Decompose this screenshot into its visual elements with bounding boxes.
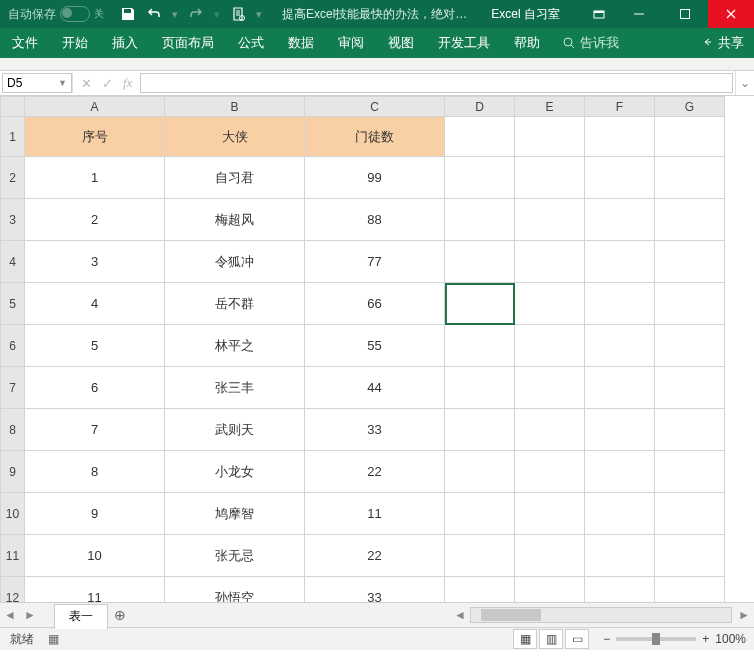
cell[interactable] [515,241,585,283]
col-header-a[interactable]: A [25,97,165,117]
cell[interactable] [445,241,515,283]
cell[interactable] [445,325,515,367]
cell[interactable]: 5 [25,325,165,367]
hscroll-right-icon[interactable]: ► [734,608,754,622]
cell[interactable] [515,367,585,409]
cell[interactable] [585,117,655,157]
normal-view-icon[interactable]: ▦ [513,629,537,649]
tab-help[interactable]: 帮助 [502,28,552,58]
cell[interactable]: 9 [25,493,165,535]
dropdown-icon[interactable]: ▼ [58,78,67,88]
horizontal-scrollbar[interactable] [470,607,732,623]
cell[interactable] [585,283,655,325]
zoom-level[interactable]: 100% [715,632,746,646]
tab-view[interactable]: 视图 [376,28,426,58]
col-header-g[interactable]: G [655,97,725,117]
cell[interactable] [585,241,655,283]
cell[interactable] [515,199,585,241]
cell[interactable]: 小龙女 [165,451,305,493]
cell[interactable]: 1 [25,157,165,199]
cell[interactable]: 11 [305,493,445,535]
cell[interactable] [655,493,725,535]
cell[interactable]: 99 [305,157,445,199]
sheet-nav-next-icon[interactable]: ► [20,608,40,622]
cell[interactable]: 7 [25,409,165,451]
cell[interactable] [655,367,725,409]
sheet-tab[interactable]: 表一 [54,604,108,629]
formula-input[interactable] [140,73,733,93]
cell[interactable]: 88 [305,199,445,241]
cell[interactable] [655,577,725,603]
cell[interactable] [655,325,725,367]
page-layout-view-icon[interactable]: ▥ [539,629,563,649]
cell[interactable] [585,451,655,493]
cell[interactable] [515,577,585,603]
tab-developer[interactable]: 开发工具 [426,28,502,58]
cell[interactable] [655,241,725,283]
qat-customize-icon[interactable]: ▾ [256,8,262,21]
new-sheet-icon[interactable]: ⊕ [108,607,132,623]
cell[interactable] [585,367,655,409]
cell[interactable] [585,325,655,367]
spreadsheet-grid[interactable]: A B C D E F G 1序号大侠门徒数21自习君9932梅超风8843令狐… [0,96,754,602]
sheet-nav-prev-icon[interactable]: ◄ [0,608,20,622]
cell[interactable] [585,535,655,577]
dropdown-icon[interactable]: ▾ [172,8,178,21]
tab-insert[interactable]: 插入 [100,28,150,58]
cell[interactable]: 岳不群 [165,283,305,325]
row-header[interactable]: 7 [1,367,25,409]
autosave-toggle[interactable]: 自动保存 关 [0,6,112,23]
cell[interactable]: 22 [305,535,445,577]
cell[interactable]: 门徒数 [305,117,445,157]
cell[interactable]: 2 [25,199,165,241]
col-header-b[interactable]: B [165,97,305,117]
col-header-e[interactable]: E [515,97,585,117]
cell[interactable] [655,451,725,493]
cell[interactable]: 孙悟空 [165,577,305,603]
tab-data[interactable]: 数据 [276,28,326,58]
cell[interactable]: 令狐冲 [165,241,305,283]
row-header[interactable]: 6 [1,325,25,367]
cell[interactable] [445,451,515,493]
cell[interactable] [445,367,515,409]
zoom-out-icon[interactable]: − [603,632,610,646]
close-icon[interactable] [708,0,754,28]
cell[interactable] [515,117,585,157]
undo-icon[interactable] [146,6,162,22]
tab-formulas[interactable]: 公式 [226,28,276,58]
cell[interactable] [445,157,515,199]
cell[interactable]: 4 [25,283,165,325]
zoom-slider[interactable] [616,637,696,641]
dropdown-icon[interactable]: ▾ [214,8,220,21]
minimize-icon[interactable] [616,0,662,28]
cell[interactable]: 22 [305,451,445,493]
cell[interactable]: 11 [25,577,165,603]
row-header[interactable]: 1 [1,117,25,157]
expand-formula-bar-icon[interactable]: ⌄ [735,71,754,95]
insert-function-icon[interactable]: fx [123,75,132,91]
cell[interactable] [585,409,655,451]
cell[interactable]: 序号 [25,117,165,157]
macro-record-icon[interactable]: ▦ [44,632,63,646]
row-header[interactable]: 5 [1,283,25,325]
save-icon[interactable] [120,6,136,22]
share-button[interactable]: 共享 [690,34,754,52]
tab-home[interactable]: 开始 [50,28,100,58]
cell[interactable]: 武则天 [165,409,305,451]
cell[interactable] [445,535,515,577]
col-header-d[interactable]: D [445,97,515,117]
cell[interactable] [515,493,585,535]
row-header[interactable]: 4 [1,241,25,283]
cell[interactable]: 10 [25,535,165,577]
row-header[interactable]: 2 [1,157,25,199]
zoom-in-icon[interactable]: + [702,632,709,646]
cell[interactable]: 大侠 [165,117,305,157]
cell[interactable]: 77 [305,241,445,283]
cell[interactable] [585,577,655,603]
cell[interactable] [515,451,585,493]
cell[interactable]: 鸠摩智 [165,493,305,535]
cell[interactable]: 3 [25,241,165,283]
row-header[interactable]: 10 [1,493,25,535]
cell[interactable] [655,409,725,451]
redo-icon[interactable] [188,6,204,22]
